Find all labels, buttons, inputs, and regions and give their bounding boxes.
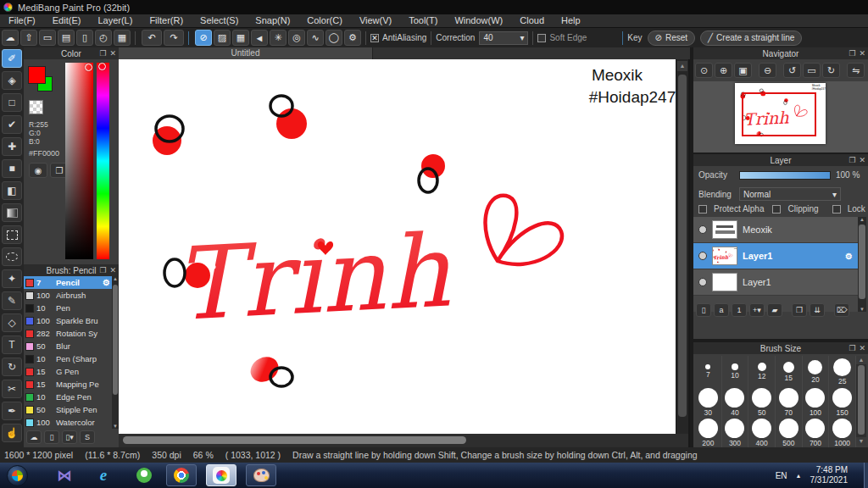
protect-alpha-checkbox[interactable] — [698, 205, 707, 214]
redo-button[interactable]: ↷ — [164, 30, 184, 46]
brush-item-blur[interactable]: 50Blur — [24, 340, 112, 352]
rotate-left-button[interactable]: ↺ — [783, 63, 801, 78]
tool-figure-brush[interactable]: □ — [2, 93, 22, 112]
brush-item-g-pen[interactable]: 15G Pen — [24, 365, 112, 378]
show-desktop-button[interactable] — [864, 463, 868, 488]
navigator-thumbnail[interactable] — [735, 83, 826, 144]
snap-off-button[interactable]: ⊘ — [195, 30, 212, 46]
hue-bar[interactable] — [97, 63, 109, 259]
tool-select-eraser[interactable]: ◇ — [2, 313, 22, 332]
brush-list-scrollbar[interactable]: ▲ ▼ — [112, 276, 119, 429]
menu-layer[interactable]: Layer(L) — [89, 14, 141, 27]
brush-size-150[interactable]: 150 — [829, 386, 856, 417]
tool-fill-shape[interactable]: ■ — [2, 159, 22, 178]
menu-file[interactable]: File(F) — [0, 14, 44, 27]
brush-size-200[interactable]: 200 — [695, 417, 722, 447]
menu-window[interactable]: Window(W) — [446, 14, 511, 27]
close-icon[interactable]: ✕ — [109, 264, 116, 276]
menu-view[interactable]: View(V) — [351, 14, 400, 27]
layer-row-meoxik-0[interactable]: Meoxik — [693, 217, 858, 243]
rotate-right-button[interactable]: ↻ — [822, 63, 840, 78]
brush-size-1000[interactable]: 1000 — [829, 417, 856, 447]
tool-control-point[interactable]: ✔ — [2, 115, 22, 134]
brush-item-pen[interactable]: 10Pen — [24, 302, 112, 314]
correction-dropdown[interactable]: 40 ▾ — [479, 31, 528, 45]
add-brush-menu-button[interactable]: ▯▾ — [62, 430, 77, 444]
add-brush-button[interactable]: ▯ — [44, 430, 59, 444]
layer-list-scrollbar[interactable]: ▲ ▼ — [858, 217, 866, 312]
taskbar-paint-button[interactable] — [246, 464, 276, 486]
taskbar-medibang-button[interactable] — [206, 464, 236, 486]
menu-filter[interactable]: Filter(R) — [141, 14, 192, 27]
canvas-horizontal-scrollbar[interactable] — [119, 434, 688, 447]
layer-row-layer1-1[interactable]: Layer1⚙ — [693, 243, 858, 269]
menu-help[interactable]: Help — [553, 14, 589, 27]
scroll-up-icon[interactable]: ▲ — [112, 276, 119, 281]
popout-icon[interactable]: ❐ — [849, 342, 855, 354]
taskbar-coccoc-icon[interactable] — [129, 464, 159, 486]
clipping-checkbox[interactable] — [772, 205, 781, 214]
brush-item-watercolor[interactable]: 100Watercolor — [24, 416, 112, 429]
antialiasing-checkbox[interactable]: ✕ — [370, 34, 379, 42]
zoom-in-button[interactable]: ⊕ — [715, 63, 732, 78]
taskbar-clock[interactable]: 7:48 PM 7/31/2021 — [810, 465, 849, 485]
navigator-view-rectangle[interactable] — [742, 92, 816, 136]
popout-icon[interactable]: ❐ — [99, 47, 106, 59]
upload-brush-button[interactable]: ☁ — [26, 430, 42, 444]
soft-edge-checkbox[interactable] — [537, 34, 546, 42]
tool-magic-wand[interactable]: ✦ — [2, 269, 22, 288]
brush-item-edge-pen[interactable]: 10Edge Pen — [24, 391, 112, 403]
add-8bit-layer-button[interactable]: a — [714, 303, 729, 317]
duplicate-layer-button[interactable]: ❐ — [792, 303, 807, 317]
scroll-up-icon[interactable]: ▲ — [677, 61, 687, 71]
close-icon[interactable]: ✕ — [859, 154, 865, 166]
radial-snap-button[interactable]: ✳ — [270, 30, 287, 46]
add-1bit-layer-button[interactable]: 1 — [732, 303, 747, 317]
document-button[interactable]: ▯ — [76, 30, 93, 46]
add-layer-menu-button[interactable]: +▾ — [749, 303, 765, 317]
popout-icon[interactable]: ❐ — [99, 264, 106, 276]
tool-move[interactable]: ✚ — [2, 137, 22, 156]
popout-icon[interactable]: ❐ — [849, 47, 855, 59]
cloud-button[interactable]: ☁ — [2, 30, 19, 46]
fit-window-button[interactable]: ▣ — [734, 63, 752, 78]
tray-expand-icon[interactable]: ▲ — [796, 473, 802, 479]
gear-icon[interactable]: ⚙ — [103, 278, 110, 287]
concentric-snap-button[interactable]: ◎ — [288, 30, 305, 46]
tool-select-pen[interactable]: ✎ — [2, 291, 22, 310]
taskbar-internet-explorer-icon[interactable]: e — [88, 464, 119, 486]
brush-size-400[interactable]: 400 — [748, 417, 776, 447]
menu-cloud[interactable]: Cloud — [511, 14, 553, 27]
reset-button[interactable]: ⊘ Reset — [648, 30, 696, 46]
menu-snap[interactable]: Snap(N) — [247, 14, 298, 27]
brush-size-700[interactable]: 700 — [803, 417, 830, 447]
menu-edit[interactable]: Edit(E) — [44, 14, 90, 27]
opacity-slider[interactable] — [739, 171, 831, 180]
delete-layer-button[interactable]: ⌦ — [834, 303, 849, 317]
brush-size-40[interactable]: 40 — [722, 386, 749, 417]
popout-icon[interactable]: ❐ — [849, 154, 855, 166]
document-tab[interactable]: Untitled — [119, 47, 373, 59]
tool-gradient[interactable] — [2, 203, 22, 222]
brush-size-15[interactable]: 15 — [776, 356, 803, 386]
tool-hand[interactable]: ☝ — [2, 424, 22, 442]
scroll-up-icon[interactable]: ▲ — [856, 356, 866, 364]
curve-snap-button[interactable]: ∿ — [307, 30, 324, 46]
tool-transform[interactable]: ↻ — [2, 358, 22, 376]
zoom-original-button[interactable]: ⊙ — [695, 63, 713, 78]
brush-item-pencil[interactable]: 7Pencil⚙ — [24, 276, 112, 289]
start-button[interactable] — [7, 465, 28, 486]
brush-item-sparkle-bru[interactable]: 100Sparkle Bru — [24, 314, 112, 327]
menu-tool[interactable]: Tool(T) — [400, 14, 446, 27]
scroll-thumb[interactable] — [113, 285, 118, 395]
tool-eraser[interactable]: ◈ — [2, 71, 22, 90]
script-brush-button[interactable]: S — [80, 430, 95, 444]
menu-select[interactable]: Select(S) — [192, 14, 247, 27]
saturation-value-box[interactable] — [65, 63, 93, 259]
ellipse-snap-button[interactable]: ◯ — [326, 30, 342, 46]
language-indicator[interactable]: EN — [776, 471, 787, 480]
scroll-down-icon[interactable]: ▼ — [856, 437, 866, 446]
hue-cursor[interactable] — [98, 63, 106, 70]
brush-item-pen-sharp[interactable]: 10Pen (Sharp — [24, 352, 112, 365]
flip-horizontal-button[interactable]: ⇋ — [847, 63, 865, 78]
